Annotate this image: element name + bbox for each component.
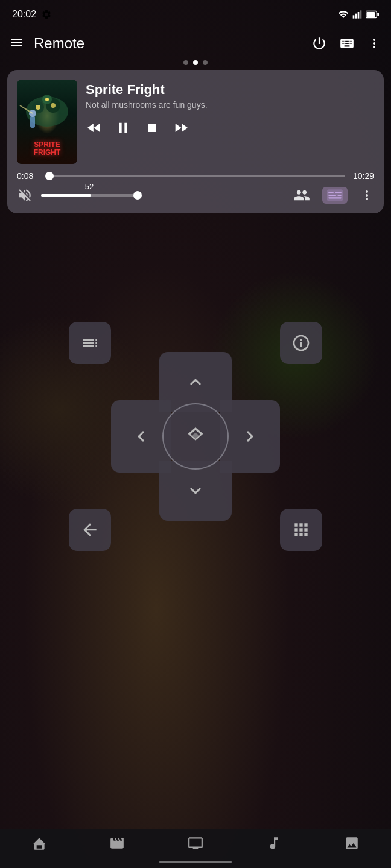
card-bottom-icons bbox=[293, 187, 374, 204]
svg-point-11 bbox=[36, 105, 40, 110]
media-title: Sprite Fright bbox=[86, 82, 374, 98]
svg-rect-20 bbox=[328, 195, 336, 196]
dpad-ok-button[interactable] bbox=[162, 403, 229, 470]
nav-music[interactable] bbox=[266, 835, 282, 851]
svg-rect-3 bbox=[360, 10, 362, 18]
signal-icon bbox=[352, 9, 362, 20]
power-button[interactable] bbox=[311, 36, 327, 51]
progress-bar[interactable] bbox=[46, 175, 345, 177]
page-indicators bbox=[0, 60, 391, 65]
fast-forward-button[interactable] bbox=[173, 119, 189, 136]
nav-photos[interactable] bbox=[344, 835, 360, 851]
svg-rect-14 bbox=[30, 116, 35, 128]
progress-fill bbox=[46, 175, 49, 177]
nav-movies[interactable] bbox=[109, 835, 125, 851]
stop-button[interactable] bbox=[144, 119, 161, 136]
status-icons bbox=[338, 9, 379, 20]
menu-button[interactable] bbox=[10, 35, 24, 52]
status-time: 20:02 bbox=[12, 9, 36, 20]
progress-row: 0:08 10:29 bbox=[17, 171, 374, 181]
svg-rect-18 bbox=[328, 192, 334, 193]
dpad-container bbox=[69, 322, 322, 551]
svg-rect-21 bbox=[337, 195, 342, 196]
pause-button[interactable] bbox=[115, 119, 132, 136]
page-dot-3[interactable] bbox=[203, 60, 208, 65]
info-button[interactable] bbox=[280, 322, 322, 364]
svg-rect-22 bbox=[328, 197, 342, 198]
card-info: Sprite Fright Not all mushrooms are fun … bbox=[86, 80, 374, 136]
nav-tv[interactable] bbox=[188, 835, 203, 851]
time-total: 10:29 bbox=[352, 171, 374, 181]
mute-button[interactable] bbox=[17, 187, 33, 203]
volume-label: 52 bbox=[85, 182, 94, 191]
overflow-button[interactable] bbox=[360, 188, 374, 203]
volume-thumb bbox=[133, 191, 142, 200]
poster-title: SPRITEFRIGHT bbox=[19, 141, 75, 157]
svg-point-12 bbox=[51, 103, 56, 108]
progress-thumb bbox=[45, 172, 54, 180]
svg-rect-6 bbox=[377, 13, 379, 16]
keyboard-button[interactable] bbox=[339, 36, 355, 51]
battery-icon bbox=[366, 10, 379, 19]
dpad-right-button[interactable] bbox=[220, 400, 280, 473]
media-subtitle: Not all mushrooms are fun guys. bbox=[86, 100, 374, 110]
volume-bar[interactable] bbox=[41, 194, 138, 197]
svg-rect-2 bbox=[358, 12, 360, 19]
more-options-button[interactable] bbox=[367, 36, 381, 51]
home-indicator bbox=[159, 861, 232, 863]
page-dot-2[interactable] bbox=[193, 60, 198, 65]
rewind-button[interactable] bbox=[86, 119, 103, 136]
dpad-cross bbox=[111, 352, 280, 521]
svg-rect-0 bbox=[353, 15, 355, 18]
top-actions bbox=[311, 36, 381, 51]
time-elapsed: 0:08 bbox=[17, 171, 39, 181]
settings-status-icon bbox=[41, 9, 52, 20]
audio-track-button[interactable] bbox=[293, 187, 310, 204]
svg-point-13 bbox=[45, 98, 49, 101]
media-controls bbox=[86, 119, 374, 136]
media-thumbnail: SPRITEFRIGHT bbox=[17, 80, 77, 164]
svg-rect-5 bbox=[366, 12, 375, 17]
card-top: SPRITEFRIGHT Sprite Fright Not all mushr… bbox=[17, 80, 374, 164]
page-dot-1[interactable] bbox=[183, 60, 188, 65]
status-bar: 20:02 bbox=[0, 0, 391, 27]
dpad-area bbox=[0, 322, 391, 551]
apps-button[interactable] bbox=[280, 509, 322, 551]
menu-button-dpad[interactable] bbox=[69, 322, 111, 364]
nav-home[interactable] bbox=[31, 835, 47, 851]
volume-fill bbox=[41, 194, 91, 197]
svg-point-23 bbox=[192, 433, 199, 439]
svg-rect-19 bbox=[335, 192, 342, 193]
volume-row: 52 bbox=[17, 187, 374, 204]
page-title: Remote bbox=[34, 35, 311, 52]
subtitle-button[interactable] bbox=[322, 187, 348, 204]
wifi-icon bbox=[338, 9, 349, 20]
back-button[interactable] bbox=[69, 509, 111, 551]
status-time-container: 20:02 bbox=[12, 9, 52, 20]
poster-art bbox=[17, 84, 77, 139]
now-playing-card: SPRITEFRIGHT Sprite Fright Not all mushr… bbox=[7, 70, 384, 213]
top-bar: Remote bbox=[0, 27, 391, 60]
svg-rect-1 bbox=[355, 14, 357, 19]
